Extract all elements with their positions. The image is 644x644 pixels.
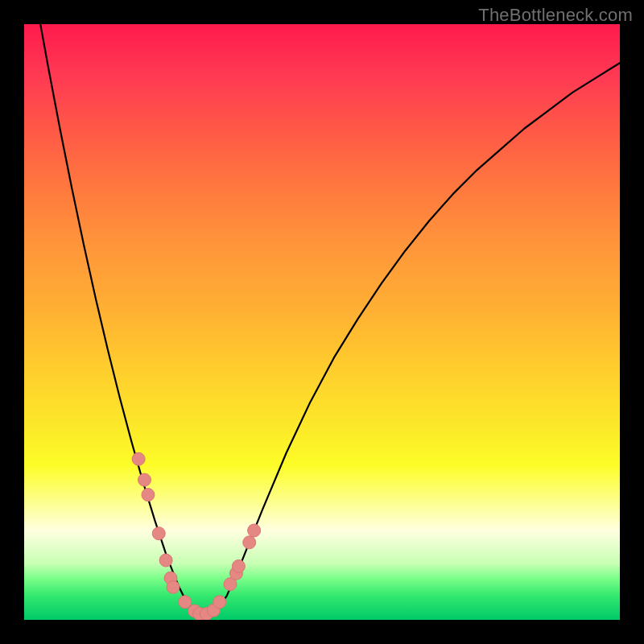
- data-marker: [213, 596, 226, 609]
- data-marker: [142, 489, 155, 502]
- data-marker: [152, 527, 165, 540]
- data-marker: [138, 473, 151, 486]
- data-marker: [232, 559, 245, 572]
- curve-path: [24, 24, 620, 617]
- data-marker: [248, 524, 261, 537]
- data-marker: [132, 452, 145, 465]
- data-marker: [243, 536, 256, 549]
- plot-area: [24, 24, 620, 620]
- chart-svg: [24, 24, 620, 620]
- data-marker: [167, 580, 180, 593]
- chart-frame: TheBottleneck.com: [0, 0, 644, 644]
- data-marker: [159, 554, 172, 567]
- watermark-text: TheBottleneck.com: [478, 5, 633, 26]
